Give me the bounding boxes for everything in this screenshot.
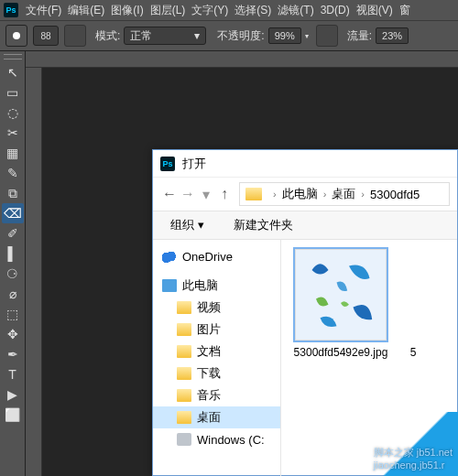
nav-forward-icon[interactable]: → bbox=[179, 186, 197, 202]
toolbox-grip-icon[interactable] bbox=[4, 54, 22, 60]
pressure-opacity-icon[interactable] bbox=[316, 25, 338, 47]
brush-preview-icon[interactable] bbox=[5, 25, 27, 47]
tool-eraser[interactable]: ⚆ bbox=[2, 264, 24, 284]
mode-select[interactable]: 正常▾ bbox=[124, 27, 206, 45]
tool-marquee[interactable]: ▭ bbox=[2, 82, 24, 103]
tree-desktop[interactable]: 桌面 bbox=[153, 406, 280, 428]
tool-blur[interactable]: ⬚ bbox=[2, 304, 24, 324]
disk-icon bbox=[177, 433, 191, 446]
tree-music[interactable]: 音乐 bbox=[153, 384, 280, 406]
ruler-vertical bbox=[26, 51, 42, 476]
tool-path[interactable]: ▶ bbox=[2, 384, 24, 405]
folder-icon bbox=[177, 411, 191, 424]
tree-documents[interactable]: 文档 bbox=[153, 341, 280, 362]
toolbox: ↖ ▭ ◌ ✂ ▦ ✎ ⧉ ⌫ ✐ ▌ ⚆ ⌀ ⬚ ✥ ✒ T ▶ ⬜ bbox=[0, 51, 26, 476]
nav-up-icon[interactable]: ↑ bbox=[215, 186, 234, 202]
menu-select[interactable]: 选择(S) bbox=[234, 3, 271, 18]
folder-icon bbox=[177, 345, 191, 358]
menu-image[interactable]: 图像(I) bbox=[111, 3, 143, 18]
tool-gradient[interactable]: ⌀ bbox=[2, 284, 24, 304]
tool-stamp[interactable]: ✐ bbox=[2, 223, 24, 243]
organize-button[interactable]: 组织 ▾ bbox=[160, 213, 214, 237]
breadcrumb[interactable]: › 此电脑 › 桌面 › 5300dfd5 bbox=[239, 182, 450, 206]
tool-history-brush[interactable]: ▌ bbox=[2, 243, 24, 264]
flow-label: 流量: bbox=[347, 28, 372, 44]
tool-patch[interactable]: ⧉ bbox=[2, 183, 24, 203]
menu-window[interactable]: 窗 bbox=[399, 3, 410, 18]
nav-recent-icon[interactable]: ▾ bbox=[197, 186, 215, 203]
dialog-app-icon: Ps bbox=[160, 157, 175, 171]
folder-icon bbox=[177, 367, 191, 380]
flow-field[interactable]: 23% bbox=[376, 27, 409, 44]
tree-videos[interactable]: 视频 bbox=[153, 297, 280, 319]
menubar: Ps 文件(F) 编辑(E) 图像(I) 图层(L) 文字(Y) 选择(S) 滤… bbox=[0, 0, 458, 20]
tool-move[interactable]: ↖ bbox=[2, 62, 24, 82]
file-thumbnail bbox=[295, 249, 387, 341]
file-thumbnail bbox=[404, 249, 422, 341]
tree-downloads[interactable]: 下载 bbox=[153, 362, 280, 384]
folder-icon bbox=[177, 323, 191, 336]
file-item[interactable]: 5300dfd5492e9.jpg bbox=[290, 249, 391, 359]
brush-size-field[interactable]: 88 bbox=[33, 26, 59, 46]
opacity-label: 不透明度: bbox=[217, 28, 264, 44]
nav-back-icon[interactable]: ← bbox=[160, 186, 179, 202]
file-name: 5 bbox=[404, 346, 422, 359]
dialog-titlebar[interactable]: Ps 打开 bbox=[153, 150, 457, 178]
tool-slice[interactable]: ▦ bbox=[2, 143, 24, 163]
tool-shape[interactable]: ⬜ bbox=[2, 405, 24, 425]
mode-label: 模式: bbox=[95, 28, 120, 44]
tool-crop[interactable]: ✂ bbox=[2, 123, 24, 143]
folder-icon bbox=[177, 389, 191, 402]
tree-pictures[interactable]: 图片 bbox=[153, 319, 280, 341]
tool-pen[interactable]: ✒ bbox=[2, 344, 24, 364]
menu-filter[interactable]: 滤镜(T) bbox=[278, 3, 313, 18]
tool-dodge[interactable]: ✥ bbox=[2, 324, 24, 344]
watermark-corner bbox=[376, 412, 458, 476]
app-logo-icon: Ps bbox=[4, 3, 18, 17]
dialog-title-text: 打开 bbox=[182, 156, 206, 172]
menu-layer[interactable]: 图层(L) bbox=[150, 3, 186, 18]
opacity-field[interactable]: 99% bbox=[268, 27, 301, 44]
tool-eyedropper[interactable]: ✎ bbox=[2, 163, 24, 183]
folder-icon bbox=[245, 188, 262, 200]
ruler-horizontal bbox=[26, 51, 458, 68]
menu-edit[interactable]: 编辑(E) bbox=[68, 3, 104, 18]
dialog-nav: ← → ▾ ↑ › 此电脑 › 桌面 › 5300dfd5 bbox=[153, 178, 457, 211]
tool-type[interactable]: T bbox=[2, 364, 24, 384]
options-bar: 88 模式: 正常▾ 不透明度: 99% ▾ 流量: 23% bbox=[0, 20, 458, 51]
tool-brush[interactable]: ⌫ bbox=[2, 203, 24, 223]
menu-type[interactable]: 文字(Y) bbox=[191, 3, 228, 18]
crumb-folder[interactable]: 5300dfd5 bbox=[370, 188, 420, 201]
tool-lasso[interactable]: ◌ bbox=[2, 103, 24, 123]
opacity-dropdown-icon[interactable]: ▾ bbox=[305, 32, 309, 40]
tree-this-pc[interactable]: 此电脑 bbox=[153, 275, 280, 297]
tree-onedrive[interactable]: OneDrive bbox=[153, 245, 280, 267]
file-item[interactable]: 5 bbox=[404, 249, 422, 359]
pc-icon bbox=[162, 279, 177, 292]
crumb-pc[interactable]: 此电脑 bbox=[282, 186, 318, 202]
menu-3d[interactable]: 3D(D) bbox=[321, 4, 350, 16]
cloud-icon bbox=[162, 250, 177, 263]
dialog-toolbar: 组织 ▾ 新建文件夹 bbox=[153, 211, 457, 240]
tree-drive-c[interactable]: Windows (C: bbox=[153, 428, 280, 450]
menu-file[interactable]: 文件(F) bbox=[26, 3, 61, 18]
brush-panel-icon[interactable] bbox=[64, 25, 86, 47]
folder-tree[interactable]: OneDrive 此电脑 视频 图片 文档 下载 音乐 桌面 Windows (… bbox=[153, 240, 281, 476]
folder-icon bbox=[177, 301, 191, 314]
crumb-desktop[interactable]: 桌面 bbox=[332, 186, 355, 202]
new-folder-button[interactable]: 新建文件夹 bbox=[224, 213, 303, 237]
file-name: 5300dfd5492e9.jpg bbox=[290, 346, 391, 359]
menu-view[interactable]: 视图(V) bbox=[356, 3, 393, 18]
